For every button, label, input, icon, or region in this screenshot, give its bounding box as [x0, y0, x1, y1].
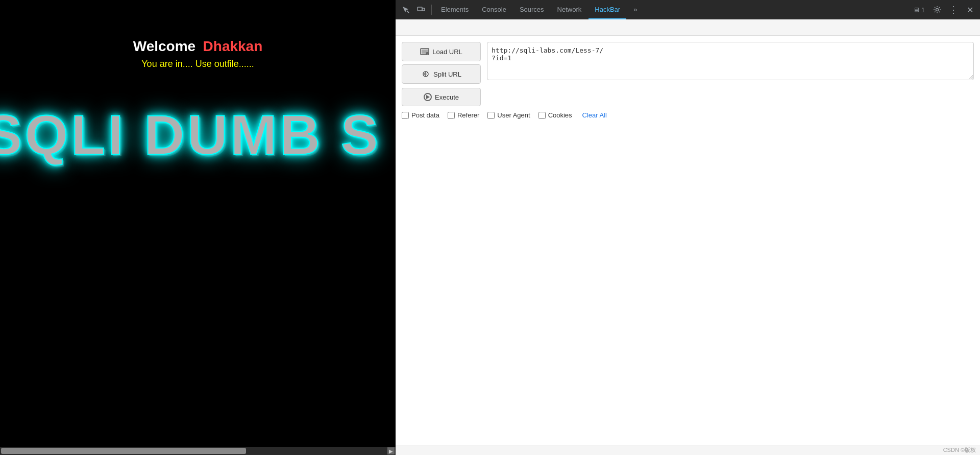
- hackbar-section: ↓ Load URL Split URL: [402, 42, 974, 84]
- settings-button[interactable]: [930, 3, 944, 17]
- referer-checkbox-label[interactable]: Referer: [448, 111, 479, 119]
- load-url-icon: ↓: [420, 47, 429, 56]
- horizontal-scrollbar[interactable]: ▶: [0, 447, 396, 455]
- execute-button[interactable]: Execute: [402, 88, 481, 106]
- user-agent-label: User Agent: [497, 111, 530, 119]
- svg-point-3: [936, 9, 939, 11]
- load-url-button[interactable]: ↓ Load URL: [402, 42, 481, 61]
- scrollbar-thumb[interactable]: [1, 448, 246, 454]
- post-data-checkbox[interactable]: [402, 112, 409, 119]
- url-input[interactable]: http://sqli-labs.com/Less-7/ ?id=1: [487, 42, 974, 80]
- more-options-button[interactable]: ⋮: [946, 3, 961, 17]
- scrollbar-right-arrow[interactable]: ▶: [387, 447, 395, 454]
- tab-console[interactable]: Console: [476, 0, 512, 19]
- execute-icon: [424, 93, 432, 101]
- toolbar-separator: [431, 5, 432, 15]
- device-badge-button[interactable]: 🖥 1: [910, 5, 928, 15]
- devtools-toolbar: Elements Console Sources Network HackBar…: [396, 0, 980, 19]
- tab-more[interactable]: »: [627, 0, 643, 19]
- subtitle-text: You are in.... Use outfile......: [133, 59, 263, 69]
- welcome-red-text: Dhakkan: [203, 38, 263, 54]
- tab-sources[interactable]: Sources: [513, 0, 550, 19]
- close-devtools-button[interactable]: ✕: [963, 3, 977, 17]
- svg-rect-2: [422, 8, 425, 11]
- cookies-label: Cookies: [548, 111, 572, 119]
- split-url-button[interactable]: Split URL: [402, 64, 481, 84]
- load-url-label: Load URL: [432, 48, 462, 56]
- user-agent-checkbox[interactable]: [487, 112, 495, 119]
- hackbar-buttons: ↓ Load URL Split URL: [402, 42, 481, 84]
- devtools-statusbar: CSDN ©版权: [396, 445, 980, 455]
- device-count: 1: [921, 6, 925, 14]
- devtools-content: ↓ Load URL Split URL: [396, 36, 980, 445]
- execute-triangle: [426, 95, 430, 99]
- statusbar-text: CSDN ©版权: [943, 446, 976, 454]
- user-agent-checkbox-label[interactable]: User Agent: [487, 111, 530, 119]
- responsive-mode-button[interactable]: [414, 3, 428, 17]
- referer-checkbox[interactable]: [448, 112, 455, 119]
- device-icon: 🖥: [913, 6, 920, 14]
- post-data-label: Post data: [411, 111, 439, 119]
- split-url-icon: [421, 69, 430, 79]
- tab-elements[interactable]: Elements: [435, 0, 475, 19]
- toolbar-right-section: 🖥 1 ⋮ ✕: [910, 3, 977, 17]
- svg-text:↓: ↓: [427, 53, 428, 55]
- tab-hackbar[interactable]: HackBar: [589, 0, 626, 19]
- execute-row: Execute: [402, 86, 974, 106]
- devtools-panel: Elements Console Sources Network HackBar…: [396, 0, 980, 455]
- welcome-white-text: Welcome: [133, 38, 195, 54]
- referer-label: Referer: [457, 111, 479, 119]
- hackbar-checkboxes: Post data Referer User Agent Cookies Cle…: [402, 111, 974, 119]
- cookies-checkbox[interactable]: [538, 112, 546, 119]
- post-data-checkbox-label[interactable]: Post data: [402, 111, 439, 119]
- tab-network[interactable]: Network: [551, 0, 588, 19]
- cookies-checkbox-label[interactable]: Cookies: [538, 111, 572, 119]
- devtools-subbar: [396, 19, 980, 36]
- welcome-section: Welcome Dhakkan You are in.... Use outfi…: [133, 38, 263, 69]
- sqli-dumb-banner: SQLI DUMB S: [0, 102, 381, 167]
- webpage-panel: Welcome Dhakkan You are in.... Use outfi…: [0, 0, 396, 455]
- execute-label: Execute: [435, 93, 459, 101]
- split-url-label: Split URL: [433, 70, 461, 78]
- svg-rect-1: [418, 7, 422, 11]
- svg-line-0: [407, 11, 409, 13]
- inspect-element-button[interactable]: [399, 3, 413, 17]
- clear-all-link[interactable]: Clear All: [582, 111, 607, 119]
